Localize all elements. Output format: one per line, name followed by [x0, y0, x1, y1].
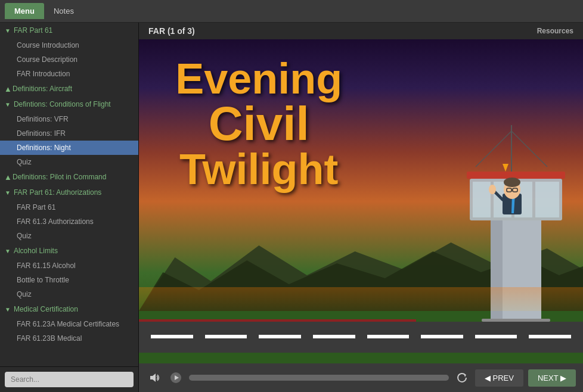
sidebar-item-quiz-1[interactable]: Quiz	[0, 155, 138, 169]
section-label-far-auth: FAR Part 61: Authorizations	[14, 188, 101, 197]
tab-menu[interactable]: Menu	[5, 3, 44, 19]
svg-rect-9	[467, 172, 565, 179]
play-icon	[170, 372, 182, 384]
sidebar-search-area	[0, 366, 138, 392]
section-label-def-pilot: Definitions: Pilot in Command	[13, 173, 106, 181]
sidebar-item-course-intro[interactable]: Course Introduction	[0, 38, 138, 52]
svg-rect-27	[482, 319, 550, 322]
replay-button[interactable]	[454, 369, 470, 386]
controls-bar: ◀ PREV NEXT ▶	[139, 363, 583, 392]
sidebar-content[interactable]: ▼FAR Part 61Course IntroductionCourse De…	[0, 23, 138, 366]
section-arrow-far-auth: ▼	[5, 189, 11, 196]
sidebar-item-def-night[interactable]: Definitions: Night	[0, 141, 138, 155]
title-twilight: Twilight	[157, 148, 361, 191]
section-label-alcohol-limits: Alcohol Limits	[14, 247, 58, 255]
sidebar-item-far-intro[interactable]: FAR Introduction	[0, 67, 138, 81]
volume-icon	[148, 372, 160, 384]
sidebar-section-alcohol-limits[interactable]: ▼Alcohol Limits	[0, 243, 138, 259]
sidebar-section-def-aircraft[interactable]: ▶Definitions: Aircraft	[0, 81, 138, 97]
replay-icon	[456, 372, 468, 384]
progress-bar-container[interactable]	[189, 375, 449, 381]
svg-marker-28	[150, 374, 156, 382]
sidebar-section-medical-cert[interactable]: ▼Medical Certification	[0, 301, 138, 317]
sidebar-section-def-pilot[interactable]: ▶Definitions: Pilot in Command	[0, 169, 138, 185]
sidebar-item-far-61-15[interactable]: FAR 61.15 Alcohol	[0, 259, 138, 273]
sidebar-item-far-61-3[interactable]: FAR 61.3 Authorizations	[0, 214, 138, 229]
svg-line-6	[523, 143, 535, 155]
content-area: FAR (1 of 3) Resources	[139, 23, 583, 392]
svg-line-5	[488, 143, 500, 155]
prev-button[interactable]: ◀ PREV	[475, 369, 523, 387]
sidebar-item-far-61-23b[interactable]: FAR 61.23B Medical	[0, 331, 138, 346]
svg-rect-12	[473, 182, 491, 217]
sidebar-item-def-ifr[interactable]: Definitions: IFR	[0, 126, 138, 141]
volume-button[interactable]	[146, 369, 163, 386]
sidebar-section-far-auth[interactable]: ▼FAR Part 61: Authorizations	[0, 185, 138, 200]
sidebar-item-def-vfr[interactable]: Definitions: VFR	[0, 112, 138, 126]
svg-line-7	[476, 155, 488, 167]
search-input[interactable]	[5, 372, 134, 387]
section-arrow-def-pilot: ▶	[4, 175, 11, 179]
sidebar-item-bottle-throttle[interactable]: Bottle to Throttle	[0, 273, 138, 287]
tab-notes[interactable]: Notes	[44, 3, 83, 19]
section-arrow-def-conditions: ▼	[5, 101, 11, 108]
main-layout: ▼FAR Part 61Course IntroductionCourse De…	[0, 23, 583, 392]
svg-point-24	[489, 185, 496, 194]
title-evening: Evening	[157, 57, 361, 100]
horizon-glow	[139, 287, 583, 311]
svg-rect-15	[535, 182, 559, 217]
next-button[interactable]: NEXT ▶	[528, 369, 576, 387]
section-arrow-far-part-61: ▼	[5, 27, 11, 34]
svg-line-4	[511, 131, 523, 143]
top-bar: Menu Notes	[0, 0, 583, 23]
sidebar-item-course-desc[interactable]: Course Description	[0, 52, 138, 67]
section-arrow-medical-cert: ▼	[5, 306, 11, 313]
slide-main-title: Evening Civil Twilight	[157, 57, 361, 191]
slide-illustration: Evening Civil Twilight	[139, 39, 583, 363]
sidebar-item-quiz-3[interactable]: Quiz	[0, 287, 138, 301]
svg-line-8	[535, 155, 547, 167]
section-label-def-conditions: Defintions: Conditions of Flight	[14, 100, 111, 108]
sidebar-item-far-61-23a[interactable]: FAR 61.23A Medical Certificates	[0, 317, 138, 331]
section-label-medical-cert: Medical Certification	[14, 305, 78, 313]
sidebar-section-def-conditions[interactable]: ▼Defintions: Conditions of Flight	[0, 97, 138, 112]
section-arrow-alcohol-limits: ▼	[5, 248, 11, 254]
svg-point-19	[504, 178, 520, 187]
resources-button[interactable]: Resources	[537, 27, 573, 35]
title-civil: Civil	[157, 100, 361, 148]
section-label-def-aircraft: Definitions: Aircraft	[13, 85, 72, 93]
sidebar-item-quiz-2[interactable]: Quiz	[0, 229, 138, 243]
content-header: FAR (1 of 3) Resources	[139, 23, 583, 39]
section-label-far-part-61: FAR Part 61	[14, 26, 52, 35]
section-arrow-def-aircraft: ▶	[4, 86, 11, 91]
svg-line-3	[500, 131, 511, 143]
slide-area: Evening Civil Twilight	[139, 39, 583, 363]
sidebar-item-far-part61[interactable]: FAR Part 61	[0, 200, 138, 214]
slide-title: FAR (1 of 3)	[148, 26, 195, 36]
sidebar: ▼FAR Part 61Course IntroductionCourse De…	[0, 23, 139, 392]
runway	[139, 322, 583, 353]
sidebar-section-far-part-61[interactable]: ▼FAR Part 61	[0, 23, 138, 38]
fence-line	[139, 319, 416, 322]
play-button[interactable]	[168, 369, 184, 386]
svg-marker-10	[503, 164, 508, 172]
